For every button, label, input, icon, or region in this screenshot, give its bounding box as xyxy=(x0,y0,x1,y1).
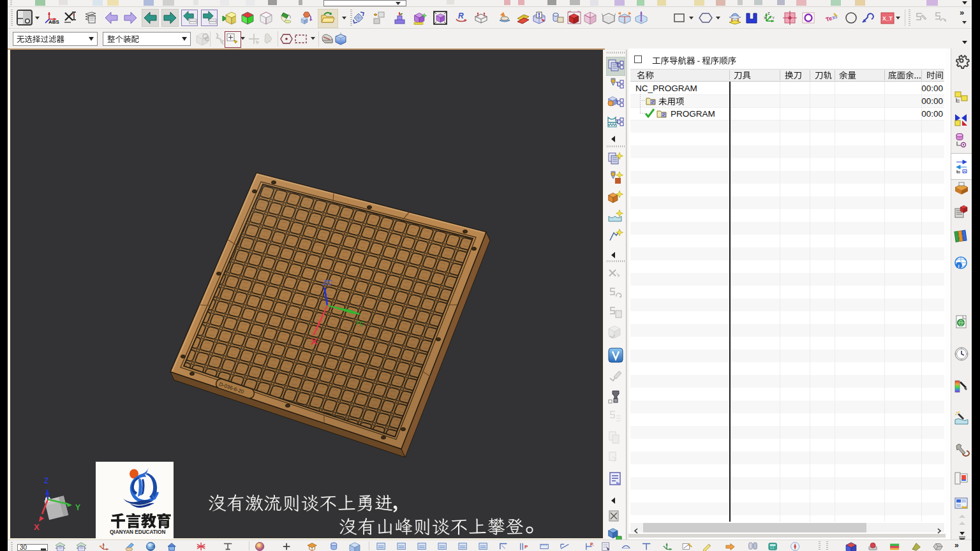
svg-text:ABS: ABS xyxy=(48,19,59,25)
svg-text:R: R xyxy=(458,11,464,20)
svg-text:x: x xyxy=(73,13,75,17)
svg-text:P: P xyxy=(524,544,528,550)
svg-text:ZC: ZC xyxy=(322,279,333,286)
svg-text:Z: Z xyxy=(44,476,48,485)
svg-text:Y: Y xyxy=(75,503,80,512)
svg-text:Z: Z xyxy=(768,11,770,15)
svg-text:i: i xyxy=(958,263,960,269)
svg-text:P.: P. xyxy=(590,542,594,547)
svg-text:X: X xyxy=(34,522,40,532)
svg-text:Y: Y xyxy=(772,16,775,20)
svg-text:X: X xyxy=(764,16,766,20)
svg-text:X_T: X_T xyxy=(882,15,893,22)
